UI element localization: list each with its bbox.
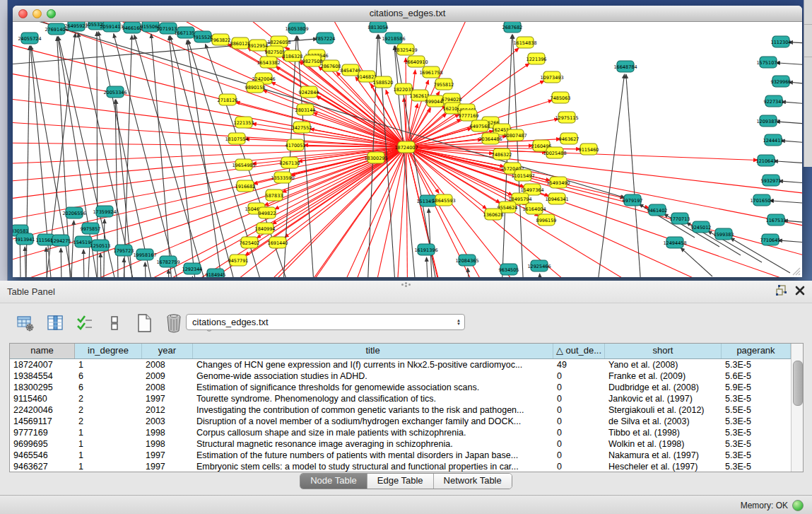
graph-node[interactable]: 1795723: [114, 245, 134, 256]
graph-node[interactable]: 10025488: [543, 147, 566, 158]
graph-node[interactable]: 8267130: [280, 157, 300, 168]
column-header-pagerank[interactable]: pagerank: [722, 344, 791, 358]
graph-node[interactable]: 1691440: [268, 237, 288, 248]
table-row[interactable]: 1830029562008Estimation of significance …: [10, 382, 791, 393]
graph-node[interactable]: 9466160: [122, 22, 143, 33]
column-header-title[interactable]: title: [193, 344, 553, 358]
graph-node[interactable]: 9242844: [299, 86, 319, 98]
close-icon[interactable]: [795, 286, 805, 296]
graph-node[interactable]: 6497568: [470, 120, 490, 132]
graph-node[interactable]: 7486322: [492, 148, 512, 160]
graph-node[interactable]: 15751074: [756, 57, 779, 68]
panel-divider-handle[interactable]: [401, 282, 411, 287]
graph-node[interactable]: 17016504: [750, 194, 773, 206]
graph-node[interactable]: 9827508: [302, 55, 323, 66]
graph-node[interactable]: 1292344: [182, 263, 203, 274]
graph-node[interactable]: 12975115: [555, 112, 578, 123]
graph-node[interactable]: 9634505: [499, 264, 519, 275]
graph-node[interactable]: 7857224: [315, 33, 336, 44]
network-graph[interactable]: 2405572427691406264959221055328720591413…: [13, 22, 802, 277]
graph-node[interactable]: 24055724: [18, 33, 41, 44]
graph-node[interactable]: 16053809: [285, 23, 308, 34]
graph-node[interactable]: 18724007: [394, 141, 418, 153]
graph-node[interactable]: 12084365: [455, 255, 478, 266]
graph-node[interactable]: 9184945: [206, 269, 226, 277]
graph-node[interactable]: 2867608: [321, 60, 341, 71]
graph-node[interactable]: 7963822: [211, 34, 231, 45]
graph-node[interactable]: 1112304: [771, 36, 792, 47]
graph-node[interactable]: 6979197: [623, 194, 643, 206]
graph-node[interactable]: 3427552: [292, 122, 312, 133]
table-row[interactable]: 911546021997Tourette syndrome. Phenomeno…: [10, 393, 791, 404]
table-row[interactable]: 2242004622012Investigating the contribut…: [10, 404, 791, 416]
graph-node[interactable]: 20053346: [103, 86, 126, 98]
table-row[interactable]: 977716911998Corpus callosum shape and si…: [10, 427, 791, 438]
graph-node[interactable]: 9329966: [771, 76, 792, 87]
scrollbar-thumb[interactable]: [793, 361, 803, 406]
new-table-button[interactable]: [134, 313, 154, 333]
graph-node[interactable]: 1210643: [756, 155, 777, 166]
graph-node[interactable]: 15493490: [546, 177, 570, 188]
table-settings-button[interactable]: [16, 313, 35, 333]
graph-node[interactable]: 18107554: [225, 133, 248, 144]
graph-node[interactable]: 9227341: [764, 95, 784, 107]
graph-node[interactable]: 16640910: [404, 56, 428, 67]
graph-node[interactable]: 4170051: [286, 139, 306, 151]
tab-node-table[interactable]: Node Table: [300, 474, 367, 489]
table-row[interactable]: 1938455462009Genome-wide association stu…: [10, 370, 791, 382]
graph-node[interactable]: 9975857: [81, 223, 101, 234]
graph-node[interactable]: 9457791: [228, 255, 249, 266]
graph-node[interactable]: 7710645: [760, 234, 781, 245]
graph-node[interactable]: 9245012: [691, 221, 712, 233]
graph-node[interactable]: 1770713: [670, 213, 690, 224]
graph-node[interactable]: 12093872: [756, 115, 779, 127]
graph-node[interactable]: 2718126: [218, 94, 238, 105]
column-header-name[interactable]: name: [10, 344, 75, 358]
graph-node[interactable]: 12494458: [663, 237, 686, 248]
graph-node[interactable]: 1588520: [373, 76, 394, 88]
column-header-in_degree[interactable]: in_degree: [75, 344, 142, 358]
graph-node[interactable]: 949822: [259, 207, 276, 218]
graph-node[interactable]: 19654985: [232, 159, 255, 170]
graph-node[interactable]: 13533590: [271, 172, 294, 183]
delete-table-button[interactable]: [164, 313, 184, 333]
graph-node[interactable]: 20591413: [100, 22, 123, 32]
graph-node[interactable]: 16164004: [522, 203, 546, 214]
select-columns-button[interactable]: [75, 313, 95, 333]
graph-node[interactable]: 16648784: [613, 61, 637, 72]
graph-node[interactable]: 7485063: [551, 92, 571, 103]
graph-node[interactable]: 9777169: [459, 110, 479, 121]
window-titlebar[interactable]: citations_edges.txt: [13, 6, 802, 22]
graph-node[interactable]: 5932971: [761, 175, 782, 186]
graph-node[interactable]: 1167533: [766, 214, 787, 226]
graph-node[interactable]: 2803144: [295, 104, 316, 115]
graph-node[interactable]: 16154838: [513, 37, 536, 48]
graph-node[interactable]: 18645593: [432, 194, 455, 206]
graph-node[interactable]: 7955812: [434, 78, 454, 90]
graph-node[interactable]: 9463627: [559, 133, 579, 144]
graph-node[interactable]: 20364486: [478, 133, 502, 144]
table-vertical-scrollbar[interactable]: [791, 344, 803, 472]
graph-node[interactable]: 17359924: [93, 206, 116, 217]
graph-node[interactable]: 20206556: [62, 207, 86, 218]
table-selector-dropdown[interactable]: citations_edges.txt ▲▼: [186, 314, 465, 330]
table-row[interactable]: 946362711997Embryonic stem cells: a mode…: [10, 461, 791, 472]
graph-node[interactable]: 587833: [266, 189, 283, 201]
graph-node[interactable]: 19218586: [382, 33, 405, 44]
tab-network-table[interactable]: Network Table: [433, 474, 512, 489]
column-header-out_de[interactable]: △ out_de...: [553, 344, 605, 358]
graph-node[interactable]: 10973493: [540, 71, 563, 83]
graph-node[interactable]: 1916682: [235, 180, 256, 192]
window-resize-grip[interactable]: [791, 266, 801, 276]
graph-node[interactable]: 9890158: [245, 81, 266, 93]
graph-node[interactable]: 1250513: [90, 240, 111, 251]
graph-node[interactable]: 18325419: [394, 44, 417, 55]
graph-node[interactable]: 2687682: [502, 22, 523, 33]
graph-node[interactable]: 16191396: [414, 244, 437, 255]
graph-node[interactable]: 1599383: [714, 228, 734, 240]
graph-node[interactable]: 8996159: [536, 214, 557, 226]
row-options-button[interactable]: [105, 313, 124, 333]
table-row[interactable]: 969969511998Structural magnetic resonanc…: [10, 438, 791, 450]
graph-node[interactable]: 16782759: [156, 256, 180, 267]
graph-node[interactable]: 10807487: [503, 129, 526, 141]
